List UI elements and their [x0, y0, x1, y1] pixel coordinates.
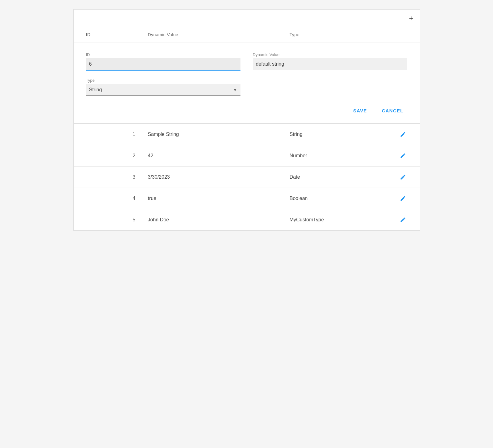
cell-action — [383, 151, 407, 160]
cell-id: 3 — [86, 174, 148, 180]
cell-type: String — [290, 132, 383, 137]
form-group-id: ID — [86, 52, 240, 71]
id-input[interactable] — [86, 58, 240, 71]
header-type: Type — [290, 32, 383, 37]
pencil-icon — [400, 195, 406, 202]
header-dynamic-value: Dynamic Value — [148, 32, 290, 37]
table-row: 5 John Doe MyCustomType — [74, 209, 420, 230]
cell-action — [383, 194, 407, 203]
header-id: ID — [86, 32, 148, 37]
table-header: ID Dynamic Value Type — [74, 27, 420, 42]
type-select[interactable]: String Number Date Boolean MyCustomType — [86, 84, 240, 96]
form-group-dynamic-value: Dynamic Value — [253, 52, 407, 71]
table-row: 2 42 Number — [74, 145, 420, 167]
form-group-type: Type String Number Date Boolean MyCustom… — [86, 78, 240, 96]
pencil-icon — [400, 153, 406, 159]
edit-form-panel: ID Dynamic Value Type String Number Date… — [74, 42, 420, 124]
add-button[interactable]: + — [409, 15, 413, 22]
dynamic-value-input[interactable] — [253, 58, 407, 70]
edit-row-button[interactable] — [399, 215, 407, 224]
pencil-icon — [400, 131, 406, 137]
id-label: ID — [86, 52, 240, 57]
edit-row-button[interactable] — [399, 151, 407, 160]
cell-action — [383, 215, 407, 224]
cell-action — [383, 130, 407, 139]
form-actions: SAVE CANCEL — [86, 103, 407, 116]
cell-dynamic-value: John Doe — [148, 217, 290, 223]
cell-dynamic-value: true — [148, 196, 290, 201]
cell-type: Date — [290, 174, 383, 180]
cell-type: MyCustomType — [290, 217, 383, 223]
cell-id: 4 — [86, 196, 148, 201]
form-row-2: Type String Number Date Boolean MyCustom… — [86, 78, 407, 96]
cell-dynamic-value: 42 — [148, 153, 290, 159]
cell-id: 2 — [86, 153, 148, 159]
pencil-icon — [400, 174, 406, 180]
header-actions — [383, 32, 407, 37]
form-row-1: ID Dynamic Value — [86, 52, 407, 71]
type-select-wrapper: String Number Date Boolean MyCustomType … — [86, 84, 240, 96]
top-bar: + — [74, 10, 420, 27]
main-container: + ID Dynamic Value Type ID Dynamic Value… — [73, 9, 420, 231]
cancel-button[interactable]: CANCEL — [378, 106, 407, 116]
save-button[interactable]: SAVE — [349, 106, 371, 116]
cell-dynamic-value: Sample String — [148, 132, 290, 137]
cell-id: 5 — [86, 217, 148, 223]
data-table: 1 Sample String String 2 42 Number — [74, 124, 420, 230]
edit-row-button[interactable] — [399, 194, 407, 203]
type-label: Type — [86, 78, 240, 83]
edit-row-button[interactable] — [399, 173, 407, 181]
cell-action — [383, 173, 407, 181]
table-row: 3 3/30/2023 Date — [74, 167, 420, 188]
table-row: 4 true Boolean — [74, 188, 420, 209]
cell-dynamic-value: 3/30/2023 — [148, 174, 290, 180]
pencil-icon — [400, 217, 406, 223]
table-row: 1 Sample String String — [74, 124, 420, 145]
type-row-spacer — [253, 78, 407, 96]
edit-row-button[interactable] — [399, 130, 407, 139]
cell-type: Number — [290, 153, 383, 159]
dynamic-value-label: Dynamic Value — [253, 52, 407, 57]
cell-type: Boolean — [290, 196, 383, 201]
cell-id: 1 — [86, 132, 148, 137]
